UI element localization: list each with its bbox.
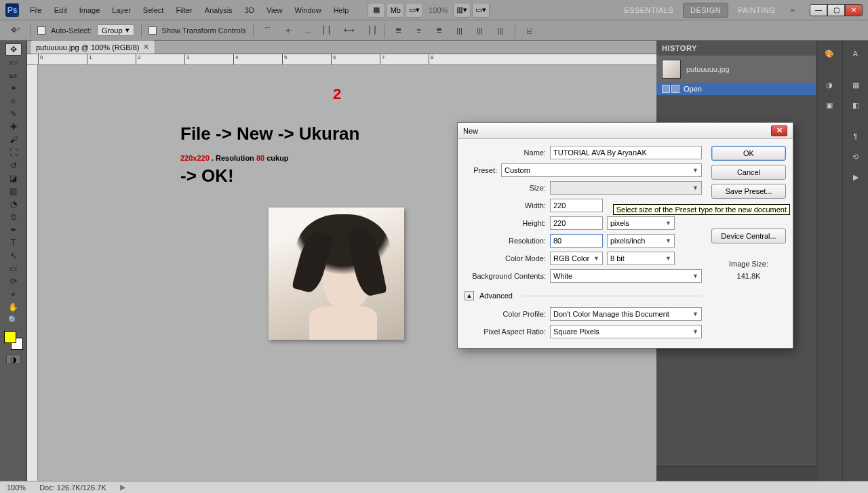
bg-select[interactable]: White▼	[550, 269, 702, 283]
move-tool-icon[interactable]: ✥⁺	[8, 23, 23, 38]
width-input[interactable]: 220	[550, 199, 603, 212]
adjustments-panel-icon[interactable]: ◑	[821, 77, 837, 92]
menu-select[interactable]: Select	[138, 3, 170, 17]
distribute-left-icon[interactable]: |||	[452, 23, 467, 38]
history-state-open[interactable]: Open	[656, 83, 816, 95]
resolution-input[interactable]: 80	[550, 234, 603, 248]
quick-select-tool-icon[interactable]: ✶	[5, 82, 22, 94]
arrange-documents-icon[interactable]: ▥▾	[453, 3, 471, 18]
color-profile-select[interactable]: Don't Color Manage this Document▼	[550, 307, 702, 321]
masks-panel-icon[interactable]: ▣	[821, 98, 837, 113]
zoom-tool-icon[interactable]: 🔍	[5, 314, 22, 326]
transform-panel-icon[interactable]: ⟲	[848, 149, 864, 164]
pen-tool-icon[interactable]: ✒	[5, 224, 22, 236]
workspace-essentials[interactable]: ESSENTIALS	[617, 3, 680, 17]
eyedropper-tool-icon[interactable]: ✎	[5, 108, 22, 120]
menu-edit[interactable]: Edit	[49, 3, 73, 17]
name-input[interactable]: TUTORIAL AVA By AryanAK	[550, 146, 702, 159]
advanced-toggle-icon[interactable]: ▲	[465, 291, 474, 300]
swatches-panel-icon[interactable]: ▦	[848, 77, 864, 92]
gradient-tool-icon[interactable]: ▥	[5, 185, 22, 197]
window-minimize-button[interactable]: —	[810, 4, 827, 16]
lasso-tool-icon[interactable]: ᔕ	[5, 69, 22, 81]
distribute-bottom-icon[interactable]: ≣	[432, 23, 447, 38]
clone-tool-icon[interactable]: ⛶	[5, 146, 22, 159]
align-bottom-icon[interactable]: ⎵	[301, 23, 316, 38]
menu-file[interactable]: File	[24, 3, 47, 17]
autoselect-type-select[interactable]: Group▾	[97, 24, 134, 36]
character-panel-icon[interactable]: A	[848, 46, 864, 61]
path-select-tool-icon[interactable]: ↖	[5, 250, 22, 262]
ok-button[interactable]: OK	[711, 146, 786, 161]
eraser-tool-icon[interactable]: ◪	[5, 172, 22, 184]
menu-analysis[interactable]: Analysis	[199, 3, 238, 17]
zoom-level[interactable]: 100%	[429, 6, 448, 14]
app-logo-icon[interactable]: Ps	[5, 3, 19, 17]
align-right-icon[interactable]: ▕▕	[362, 23, 377, 38]
healing-tool-icon[interactable]: ✚	[5, 121, 22, 133]
3d-tool-icon[interactable]: ⟳	[5, 275, 22, 288]
menu-image[interactable]: Image	[74, 3, 106, 17]
menu-layer[interactable]: Layer	[106, 3, 136, 17]
color-mode-select[interactable]: RGB Color▼	[550, 252, 603, 265]
brush-tool-icon[interactable]: 🖌	[5, 134, 22, 146]
move-tool-icon[interactable]: ✥	[5, 43, 22, 56]
menu-window[interactable]: Window	[290, 3, 327, 17]
hand-tool-icon[interactable]: ✋	[5, 301, 22, 313]
align-hcenter-icon[interactable]: ⟷	[342, 23, 357, 38]
transform-checkbox[interactable]	[149, 26, 157, 35]
history-source[interactable]: putuuuuu.jpg	[656, 56, 816, 83]
blur-tool-icon[interactable]: ◔	[5, 198, 22, 210]
styles-panel-icon[interactable]: ◧	[848, 98, 864, 113]
distribute-vcenter-icon[interactable]: ≡	[412, 23, 427, 38]
pixel-ratio-select[interactable]: Square Pixels▼	[550, 325, 702, 338]
distribute-right-icon[interactable]: |||	[493, 23, 508, 38]
align-top-icon[interactable]: ⎴	[260, 23, 275, 38]
height-unit-select[interactable]: pixels▼	[607, 216, 675, 230]
menu-view[interactable]: View	[261, 3, 288, 17]
menu-help[interactable]: Help	[328, 3, 355, 17]
shape-tool-icon[interactable]: ▭	[5, 262, 22, 275]
distribute-top-icon[interactable]: ≣	[391, 23, 406, 38]
distribute-hcenter-icon[interactable]: |||	[473, 23, 488, 38]
close-tab-icon[interactable]: ✕	[143, 43, 149, 52]
crop-tool-icon[interactable]: ⌗	[5, 95, 22, 107]
bit-depth-select[interactable]: 8 bit▼	[607, 252, 675, 265]
window-maximize-button[interactable]: ▢	[827, 4, 845, 16]
marquee-tool-icon[interactable]: ▭	[5, 56, 22, 68]
mini-bridge-icon[interactable]: Mb	[387, 3, 404, 18]
device-central-button[interactable]: Device Central...	[711, 229, 786, 243]
window-close-button[interactable]: ✕	[845, 4, 863, 16]
save-preset-button[interactable]: Save Preset...	[711, 184, 786, 199]
history-brush-tool-icon[interactable]: ↺	[5, 159, 22, 172]
dialog-close-button[interactable]: ✕	[771, 125, 787, 136]
paragraph-panel-icon[interactable]: ¶	[848, 129, 864, 144]
view-extras-icon[interactable]: ▭▾	[406, 3, 423, 18]
status-zoom[interactable]: 100%	[7, 484, 26, 492]
auto-align-icon[interactable]: ⌸	[522, 23, 537, 38]
preset-select[interactable]: Custom▼	[501, 163, 702, 177]
foreground-color-swatch[interactable]	[4, 331, 16, 343]
dodge-tool-icon[interactable]: ⊙	[5, 211, 22, 223]
workspace-design[interactable]: DESIGN	[683, 3, 728, 18]
screen-mode-icon[interactable]: ▭▾	[472, 3, 490, 18]
type-tool-icon[interactable]: T	[5, 237, 22, 249]
play-panel-icon[interactable]: ▶	[848, 170, 864, 184]
menu-filter[interactable]: Filter	[170, 3, 197, 17]
align-vcenter-icon[interactable]: ⟛	[281, 23, 296, 38]
color-panel-icon[interactable]: 🎨	[821, 46, 837, 61]
document-tab[interactable]: putuuuuu.jpg @ 100% (RGB/8) ✕	[30, 40, 155, 54]
autoselect-checkbox[interactable]	[37, 26, 45, 35]
status-doc-size[interactable]: Doc: 126.7K/126.7K	[39, 484, 106, 492]
workspace-painting[interactable]: PAINTING	[731, 3, 782, 17]
cancel-button[interactable]: Cancel	[711, 165, 786, 180]
height-input[interactable]: 220	[550, 216, 603, 230]
workspace-more-icon[interactable]: »	[785, 5, 800, 15]
align-left-icon[interactable]: ▏▏	[321, 23, 336, 38]
3d-camera-tool-icon[interactable]: ⌖	[5, 288, 22, 300]
color-swatches[interactable]	[4, 331, 23, 350]
resolution-unit-select[interactable]: pixels/inch▼	[607, 234, 675, 248]
menu-3d[interactable]: 3D	[239, 3, 260, 17]
launch-bridge-icon[interactable]: ▦	[368, 3, 385, 18]
quick-mask-icon[interactable]: ◑	[6, 355, 21, 364]
